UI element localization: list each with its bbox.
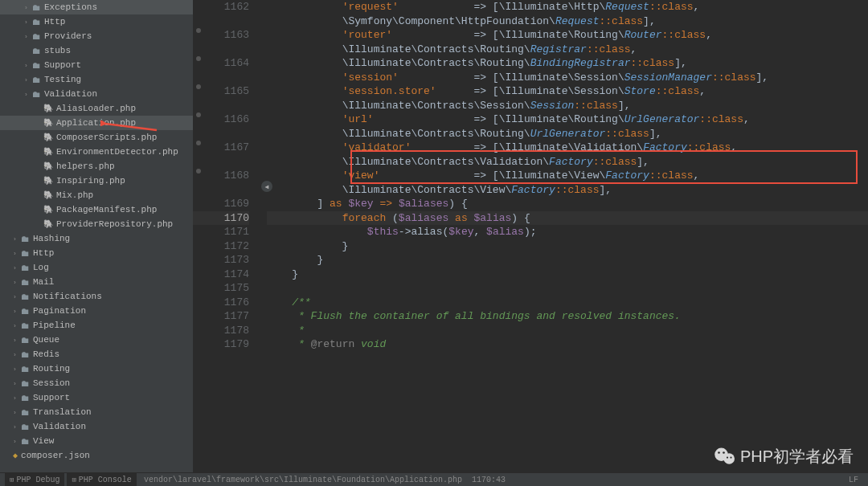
php-debug-button[interactable]: ⊞PHP Debug — [5, 473, 64, 486]
tree-item[interactable]: 🐘AliasLoader.php — [0, 101, 193, 116]
code-line[interactable]: 'session.store' => [\Illuminate\Session\… — [267, 84, 868, 99]
code-line[interactable]: \Symfony\Component\HttpFoundation\Reques… — [267, 14, 868, 29]
code-line[interactable]: 'validator' => [\Illuminate\Validation\F… — [267, 141, 868, 155]
tree-item[interactable]: 🖿stubs — [0, 43, 193, 58]
folder-icon: 🖿 — [32, 17, 41, 27]
tree-item[interactable]: 🐘ProviderRepository.php — [0, 217, 193, 231]
code-line[interactable]: 'url' => [\Illuminate\Routing\UrlGenerat… — [267, 112, 868, 127]
gutter-marker — [196, 84, 201, 89]
line-number — [193, 71, 249, 85]
tree-item[interactable]: ›🖿Pipeline — [0, 318, 193, 333]
line-number: 1169 — [193, 197, 249, 211]
tree-item[interactable]: 🐘Inspiring.php — [0, 174, 193, 188]
code-line[interactable]: \Illuminate\Contracts\Routing\Registrar:… — [267, 43, 868, 57]
code-line[interactable]: 'request' => [\Illuminate\Http\Request::… — [267, 0, 868, 14]
code-editor[interactable]: 1162116311641165116611671168116911701171… — [193, 0, 868, 472]
line-gutter: 1162116311641165116611671168116911701171… — [193, 0, 265, 472]
tree-item[interactable]: ›🖿Validation — [0, 87, 193, 101]
tree-item[interactable]: ›🖿Queue — [0, 333, 193, 347]
code-line[interactable]: * @return void — [267, 337, 868, 352]
tree-item[interactable]: 🐘PackageManifest.php — [0, 202, 193, 217]
gutter-marker — [196, 56, 201, 61]
folder-icon: 🖿 — [21, 234, 30, 244]
tree-item[interactable]: ›🖿Redis — [0, 347, 193, 361]
tree-item[interactable]: ›🖿Validation — [0, 419, 193, 434]
tree-item[interactable]: ›🖿Testing — [0, 72, 193, 87]
gutter-marker — [196, 28, 201, 33]
panel-collapse-button[interactable]: ◀ — [261, 181, 272, 192]
folder-icon: 🖿 — [21, 335, 30, 345]
code-line[interactable]: $this->alias($key, $alias); — [267, 225, 868, 239]
folder-icon: 🖿 — [21, 306, 30, 317]
code-line[interactable]: 'router' => [\Illuminate\Routing\Router:… — [267, 28, 868, 43]
status-bar: ⊞PHP Debug ⊞PHP Console vendor\laravel\f… — [0, 472, 868, 486]
line-number: 1173 — [193, 253, 249, 268]
tree-item[interactable]: ›🖿Translation — [0, 405, 193, 419]
svg-point-5 — [727, 456, 728, 458]
code-line[interactable]: \Illuminate\Contracts\Routing\UrlGenerat… — [267, 127, 868, 141]
code-line[interactable]: ] as $key => $aliases) { — [267, 197, 868, 211]
tree-item[interactable]: ›🖿Http — [0, 14, 193, 29]
code-line[interactable]: * — [267, 324, 868, 338]
tree-item[interactable]: 🐘EnvironmentDetector.php — [0, 145, 193, 159]
code-content[interactable]: 'request' => [\Illuminate\Http\Request::… — [265, 0, 868, 472]
line-number — [193, 43, 249, 57]
code-line[interactable]: \Illuminate\Contracts\View\Factory::clas… — [267, 183, 868, 198]
tree-item[interactable]: ◆composer.json — [0, 448, 193, 463]
code-line[interactable]: } — [267, 268, 868, 282]
code-line[interactable]: \Illuminate\Contracts\Validation\Factory… — [267, 155, 868, 169]
tree-item[interactable]: ›🖿Mail — [0, 275, 193, 289]
line-ending[interactable]: LF — [844, 473, 863, 486]
tree-label: Mix.php — [56, 190, 93, 200]
tree-item[interactable]: ›🖿Support — [0, 390, 193, 405]
php-console-button[interactable]: ⊞PHP Console — [67, 473, 136, 486]
code-line[interactable]: 'session' => [\Illuminate\Session\Sessio… — [267, 71, 868, 85]
tree-item[interactable]: ›🖿View — [0, 434, 193, 448]
code-line[interactable]: 'view' => [\Illuminate\View\Factory::cla… — [267, 169, 868, 183]
code-line[interactable]: * Flush the container of all bindings an… — [267, 309, 868, 324]
tree-item[interactable]: ›🖿Http — [0, 246, 193, 260]
code-line[interactable] — [267, 281, 868, 296]
code-line[interactable]: } — [267, 239, 868, 254]
chevron-icon: › — [13, 351, 21, 358]
line-number — [193, 155, 249, 169]
line-number: 1179 — [193, 337, 249, 352]
tree-item[interactable]: 🐘ComposerScripts.php — [0, 130, 193, 145]
tree-item[interactable]: ›🖿Providers — [0, 29, 193, 43]
tree-item[interactable]: 🐘Application.php — [0, 116, 193, 130]
tree-label: ComposerScripts.php — [56, 133, 157, 142]
code-line[interactable]: \Illuminate\Contracts\Session\Session::c… — [267, 99, 868, 113]
tree-label: ProviderRepository.php — [56, 219, 173, 229]
tree-item[interactable]: 🐘helpers.php — [0, 159, 193, 174]
tree-label: Pipeline — [33, 321, 76, 330]
code-line[interactable]: } — [267, 253, 868, 268]
code-line[interactable]: \Illuminate\Contracts\Routing\BindingReg… — [267, 56, 868, 71]
tree-item[interactable]: ›🖿Pagination — [0, 304, 193, 318]
chevron-icon: › — [24, 91, 32, 98]
wechat-icon — [713, 444, 737, 468]
file-icon: 🐘 — [43, 104, 53, 113]
tree-item[interactable]: ›🖿Log — [0, 260, 193, 275]
chevron-icon: › — [13, 322, 21, 329]
tree-item[interactable]: ›🖿Exceptions — [0, 0, 193, 14]
folder-icon: 🖿 — [21, 378, 30, 389]
folder-icon: 🖿 — [21, 422, 30, 432]
tree-item[interactable]: 🐘Mix.php — [0, 188, 193, 202]
chevron-icon: › — [13, 293, 21, 300]
file-icon: 🐘 — [43, 176, 53, 186]
tree-item[interactable]: ›🖿Support — [0, 58, 193, 72]
file-path: vendor\laravel\framework\src\Illuminate\… — [139, 473, 467, 486]
folder-icon: 🖿 — [32, 2, 41, 13]
chevron-icon: › — [13, 380, 21, 387]
tree-item[interactable]: ›🖿Hashing — [0, 231, 193, 246]
tree-label: AliasLoader.php — [56, 104, 136, 113]
folder-icon: 🖿 — [21, 277, 30, 288]
tree-item[interactable]: ›🖿Routing — [0, 361, 193, 376]
file-tree-sidebar[interactable]: ›🖿Exceptions›🖿Http›🖿Providers🖿stubs›🖿Sup… — [0, 0, 193, 472]
cursor-position[interactable]: 1170:43 — [467, 473, 510, 486]
file-icon: 🐘 — [43, 190, 53, 200]
code-line[interactable]: foreach ($aliases as $alias) { — [267, 211, 868, 226]
tree-item[interactable]: ›🖿Notifications — [0, 289, 193, 304]
code-line[interactable]: /** — [267, 296, 868, 310]
tree-item[interactable]: ›🖿Session — [0, 376, 193, 390]
